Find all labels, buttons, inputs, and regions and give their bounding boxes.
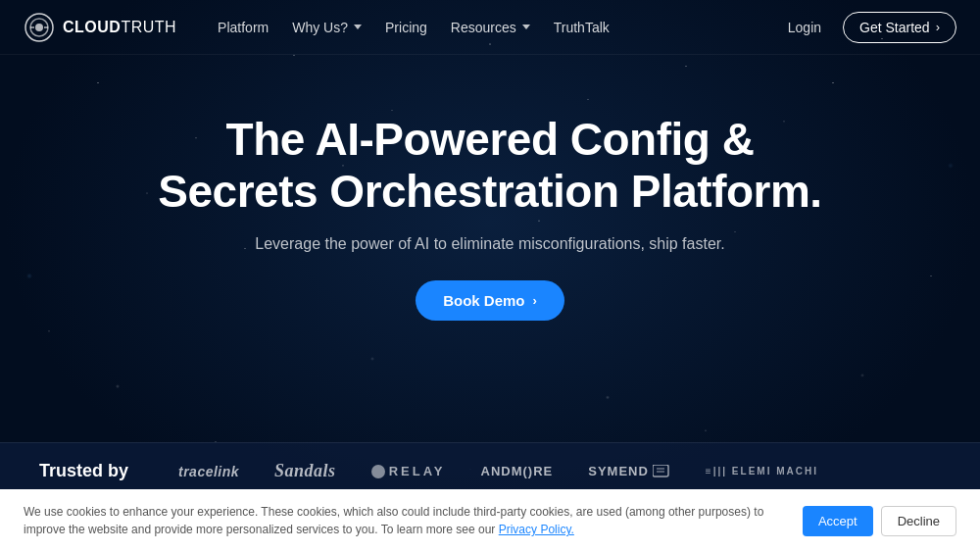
cookie-buttons: Accept Decline [803,506,956,536]
nav-left: CLOUDTRUTH Platform Why Us? Pricing Reso… [24,12,619,43]
nav-pricing[interactable]: Pricing [375,14,437,41]
arrow-right-icon: › [533,293,537,308]
get-started-button[interactable]: Get Started › [843,12,956,43]
trusted-logos: tracelink Sandals RELAY ANDM()RE SYMEND … [178,461,941,481]
brand-tracelink: tracelink [178,464,239,479]
privacy-policy-link[interactable]: Privacy Policy. [499,523,574,536]
brand-symend: SYMEND [588,464,670,478]
chevron-down-icon [522,25,530,29]
logo-icon [24,12,55,43]
nav-platform[interactable]: Platform [208,14,278,41]
cookie-banner: We use cookies to enhance your experienc… [0,489,980,552]
logo[interactable]: CLOUDTRUTH [24,12,176,43]
hero-title: The AI-Powered Config & Secrets Orchestr… [147,114,833,218]
navbar: CLOUDTRUTH Platform Why Us? Pricing Reso… [0,0,980,55]
relay-dot-icon [371,465,385,478]
accept-button[interactable]: Accept [803,506,873,536]
trusted-by-label: Trusted by [39,461,147,481]
svg-point-2 [35,24,43,31]
brand-relay: RELAY [371,464,446,478]
brand-sandals: Sandals [274,461,336,481]
nav-right: Login Get Started › [778,12,956,43]
page-wrapper: CLOUDTRUTH Platform Why Us? Pricing Reso… [0,0,980,552]
nav-links: Platform Why Us? Pricing Resources Truth… [208,14,619,41]
cookie-text: We use cookies to enhance your experienc… [24,503,783,538]
book-demo-button[interactable]: Book Demo › [416,280,564,321]
chevron-down-icon [354,25,362,29]
nav-resources[interactable]: Resources [441,14,540,41]
nav-truthtalk[interactable]: TruthTalk [544,14,619,41]
hero-subtitle: Leverage the power of AI to eliminate mi… [255,235,724,253]
svg-rect-5 [653,465,668,477]
logo-text: CLOUDTRUTH [63,19,176,36]
decline-button[interactable]: Decline [881,506,956,536]
login-button[interactable]: Login [778,14,831,41]
hero-section: The AI-Powered Config & Secrets Orchestr… [0,55,980,360]
brand-andmore: ANDM()RE [481,464,554,478]
symend-icon [653,465,670,478]
nav-why-us[interactable]: Why Us? [282,14,371,41]
brand-elementi: ≡||| ELEMI MACHI [706,466,818,477]
arrow-right-icon: › [936,20,940,34]
